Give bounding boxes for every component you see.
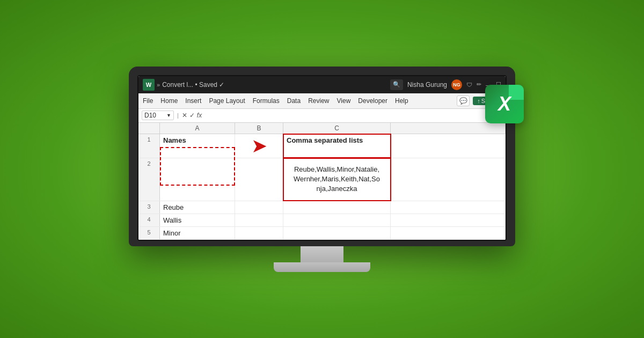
cancel-icon[interactable]: ✕ <box>182 112 187 119</box>
arrow-container: ➤ <box>251 136 267 156</box>
cell-b3[interactable] <box>235 201 283 214</box>
cell-a5[interactable]: Minor <box>160 227 235 239</box>
formula-divider: | <box>176 112 180 119</box>
titlebar-title: Convert l... • Saved ✓ <box>162 81 224 89</box>
spreadsheet: A B C 1 Names <box>138 123 506 240</box>
table-row: 2 Reube,Wallis,Minor,Natalie,Wernher,Mar… <box>138 158 506 201</box>
titlebar-left: W » Convert l... • Saved ✓ <box>143 79 387 91</box>
cell-d2[interactable] <box>391 158 506 201</box>
comment-button[interactable]: 💬 <box>457 95 470 106</box>
share-icon: ↑ <box>477 98 480 104</box>
screen: W » Convert l... • Saved ✓ 🔍 Nisha Gurun… <box>137 75 507 241</box>
search-icon: 🔍 <box>393 81 400 88</box>
row-number-5: 5 <box>138 227 160 239</box>
col-header-b[interactable]: B <box>235 123 283 134</box>
monitor: X W » Convert l... • Saved ✓ 🔍 Nisha Gur… <box>129 67 515 246</box>
cell-d1[interactable] <box>391 134 506 158</box>
row-number-2: 2 <box>138 158 160 201</box>
cell-c1[interactable]: Comma separated lists <box>283 134 391 158</box>
cell-b5[interactable] <box>235 227 283 239</box>
fx-icon[interactable]: fx <box>197 112 202 119</box>
cell-c4[interactable] <box>283 214 391 226</box>
ribbon-data[interactable]: Data <box>287 97 301 105</box>
row-number-4: 4 <box>138 214 160 226</box>
cell-d5[interactable] <box>391 227 506 239</box>
confirm-icon[interactable]: ✓ <box>189 112 195 119</box>
cell-c2[interactable]: Reube,Wallis,Minor,Natalie,Wernher,Maris… <box>283 158 391 201</box>
pen-icon: ✏ <box>477 81 481 88</box>
ribbon-insert[interactable]: Insert <box>185 97 201 105</box>
monitor-neck <box>301 246 343 262</box>
ribbon-review[interactable]: Review <box>308 97 329 105</box>
spreadsheet-rows: 1 Names ➤ Comma separated lists <box>138 134 506 240</box>
col-header-c[interactable]: C <box>283 123 391 134</box>
comma-separated-label: Comma separated lists <box>287 136 363 144</box>
ribbon: File Home Insert Page Layout Formulas Da… <box>138 93 506 109</box>
formula-bar: D10 ▼ | ✕ ✓ fx <box>138 109 506 123</box>
shield-icon: 🛡 <box>466 82 472 88</box>
ribbon-help[interactable]: Help <box>395 97 408 105</box>
table-row: 5 Minor <box>138 227 506 240</box>
cell-c3[interactable] <box>283 201 391 214</box>
cell-d4[interactable] <box>391 214 506 226</box>
cell-a2[interactable] <box>160 158 235 201</box>
ribbon-view[interactable]: View <box>337 97 351 105</box>
row-num-header <box>138 123 160 134</box>
comma-list-text: Reube,Wallis,Minor,Natalie,Wernher,Maris… <box>287 165 387 194</box>
cell-a4[interactable]: Wallis <box>160 214 235 226</box>
excel-logo: X <box>483 83 526 126</box>
ribbon-formulas[interactable]: Formulas <box>253 97 280 105</box>
user-name: Nisha Gurung <box>407 81 447 89</box>
monitor-wrapper: X W » Convert l... • Saved ✓ 🔍 Nisha Gur… <box>129 67 515 272</box>
cell-ref-value: D10 <box>144 112 156 119</box>
row-number-1: 1 <box>138 134 160 158</box>
titlebar: W » Convert l... • Saved ✓ 🔍 Nisha Gurun… <box>138 76 506 93</box>
cell-a3[interactable]: Reube <box>160 201 235 214</box>
cell-c5[interactable] <box>283 227 391 239</box>
row-number-3: 3 <box>138 201 160 214</box>
ribbon-file[interactable]: File <box>143 97 153 105</box>
column-headers: A B C <box>138 123 506 134</box>
user-avatar: NG <box>451 79 462 90</box>
table-row: 4 Wallis <box>138 214 506 227</box>
ribbon-developer[interactable]: Developer <box>358 97 387 105</box>
formula-icons: ✕ ✓ fx <box>182 112 202 119</box>
col-header-a[interactable]: A <box>160 123 235 134</box>
dropdown-arrow-icon: ▼ <box>166 113 171 118</box>
excel-x-letter: X <box>498 93 511 115</box>
wb-icon-label: W <box>146 82 151 88</box>
cell-b2[interactable] <box>235 158 283 201</box>
ribbon-home[interactable]: Home <box>160 97 178 105</box>
cell-reference[interactable]: D10 ▼ <box>142 111 174 120</box>
monitor-base <box>274 262 370 272</box>
cell-a1[interactable]: Names <box>160 134 235 158</box>
cell-d3[interactable] <box>391 201 506 214</box>
table-row: 3 Reube <box>138 201 506 214</box>
cell-b1[interactable]: ➤ <box>235 134 283 158</box>
cell-b4[interactable] <box>235 214 283 226</box>
table-row: 1 Names ➤ Comma separated lists <box>138 134 506 158</box>
titlebar-search[interactable]: 🔍 <box>390 79 403 90</box>
ribbon-page-layout[interactable]: Page Layout <box>209 97 245 105</box>
excel-logo-background: X <box>485 85 524 123</box>
titlebar-chevron: » <box>157 82 160 88</box>
right-arrow-icon: ➤ <box>251 136 267 156</box>
excel-wb-icon: W <box>143 79 155 91</box>
